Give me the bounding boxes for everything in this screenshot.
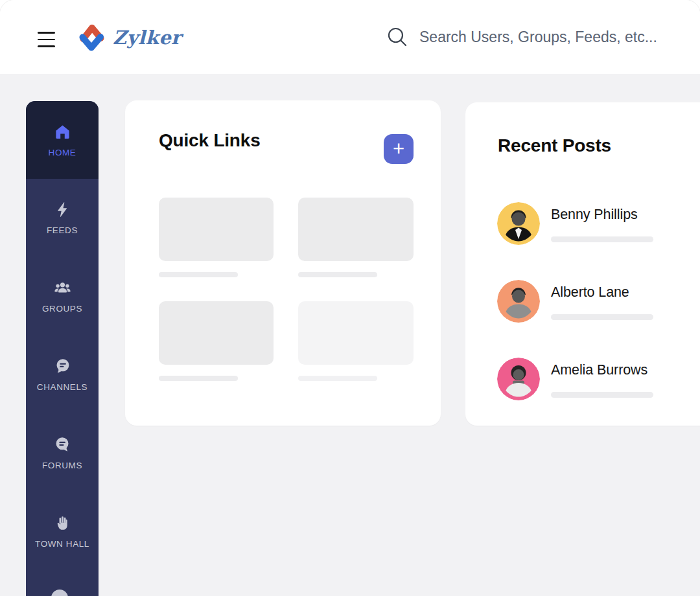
post-preview-line [551, 392, 653, 398]
sidebar-item-label: FEEDS [47, 225, 78, 235]
raised-hand-icon [54, 514, 71, 532]
people-icon [54, 279, 71, 297]
avatar [497, 358, 540, 400]
post-preview-line [551, 236, 653, 242]
sidebar-item-town-hall[interactable]: TOWN HALL [26, 492, 99, 571]
placeholder-line [298, 376, 377, 381]
home-icon [54, 123, 71, 141]
hamburger-menu-icon[interactable] [38, 31, 55, 47]
sidebar-item-forums[interactable]: FORUMS [26, 414, 99, 492]
recent-posts-card: Recent Posts Benny Phillips [465, 102, 700, 426]
sidebar-item-label: HOME [49, 148, 76, 157]
quick-links-card: Quick Links + [125, 100, 441, 426]
quick-link-placeholder[interactable] [298, 301, 414, 381]
partial-next-item-icon [51, 590, 68, 596]
post-author-name: Benny Phillips [551, 207, 653, 223]
placeholder-line [298, 272, 377, 277]
recent-posts-list: Benny Phillips Alberto Lane [497, 202, 653, 435]
quick-links-grid [159, 198, 414, 381]
post-author-name: Amelia Burrows [551, 362, 653, 378]
placeholder-block [159, 198, 274, 261]
avatar [497, 202, 540, 245]
quick-link-placeholder[interactable] [159, 301, 274, 381]
list-item[interactable]: Alberto Lane [497, 280, 653, 323]
bolt-icon [54, 201, 71, 218]
list-item[interactable]: Benny Phillips [497, 202, 653, 245]
post-preview-line [551, 314, 653, 320]
post-text: Amelia Burrows [551, 358, 653, 400]
sidebar-nav: HOME FEEDS [26, 101, 99, 596]
forum-bubble-icon [54, 436, 71, 453]
sidebar-item-home[interactable]: HOME [26, 101, 99, 179]
search-input[interactable] [419, 29, 666, 46]
quick-link-placeholder[interactable] [159, 198, 274, 277]
sidebar-item-channels[interactable]: CHANNELS [26, 336, 99, 414]
chat-bubble-icon [54, 358, 71, 375]
placeholder-block [159, 301, 274, 365]
post-author-name: Alberto Lane [551, 284, 653, 301]
add-quick-link-button[interactable]: + [384, 134, 414, 164]
sidebar-item-label: CHANNELS [37, 382, 88, 392]
zylker-logo-icon [76, 21, 108, 54]
list-item[interactable]: Amelia Burrows [497, 358, 653, 400]
top-header: Zylker [0, 0, 700, 74]
post-text: Benny Phillips [551, 202, 653, 245]
placeholder-line [159, 272, 238, 277]
recent-posts-title: Recent Posts [498, 135, 611, 156]
search-icon[interactable] [386, 26, 408, 48]
main-content: HOME FEEDS [0, 74, 700, 596]
quick-link-placeholder[interactable] [298, 198, 414, 277]
post-text: Alberto Lane [551, 280, 653, 323]
sidebar-item-label: FORUMS [42, 461, 82, 470]
app-window: Zylker HOME FEEDS [0, 0, 700, 596]
global-search [386, 26, 666, 48]
brand-wordmark: Zylker [113, 27, 181, 49]
placeholder-block [298, 301, 414, 365]
placeholder-block [298, 198, 414, 261]
sidebar-item-groups[interactable]: GROUPS [26, 257, 99, 336]
sidebar-item-label: GROUPS [42, 304, 82, 314]
sidebar-item-label: TOWN HALL [35, 539, 89, 549]
placeholder-line [159, 376, 238, 381]
quick-links-title: Quick Links [159, 130, 261, 151]
sidebar-item-feeds[interactable]: FEEDS [26, 179, 99, 257]
avatar [497, 280, 540, 323]
brand-logo[interactable]: Zylker [76, 21, 181, 54]
